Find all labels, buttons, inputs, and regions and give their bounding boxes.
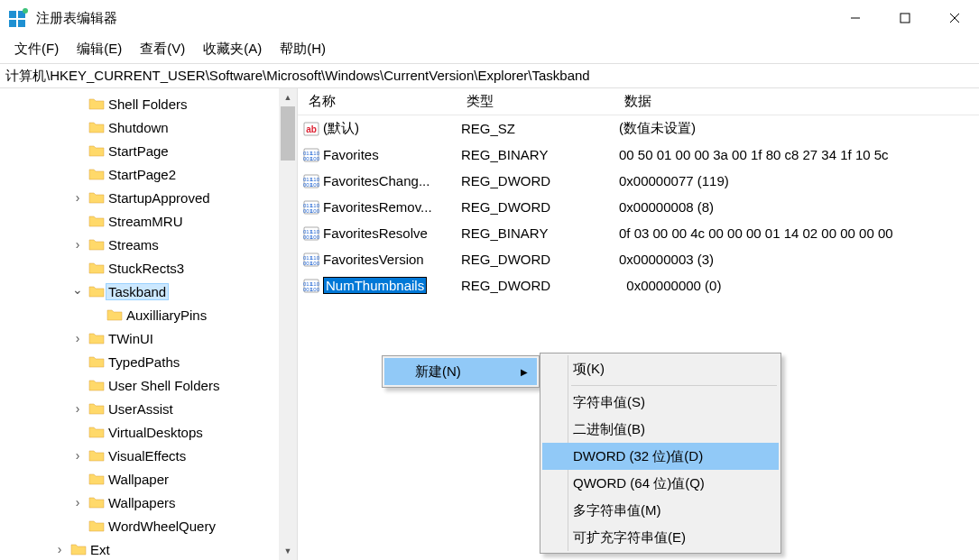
titlebar: 注册表编辑器: [0, 0, 979, 36]
folder-icon: [88, 331, 105, 345]
menu-help[interactable]: 帮助(H): [272, 39, 333, 60]
context-submenu-item[interactable]: 字符串值(S): [542, 389, 779, 416]
context-submenu-new[interactable]: 项(K)字符串值(S)二进制值(B)DWORD (32 位)值(D)QWORD …: [540, 353, 781, 554]
tree-item[interactable]: ›VisualEffects: [0, 444, 279, 467]
tree-item[interactable]: ›TWinUI: [0, 326, 279, 350]
svg-point-4: [23, 8, 28, 14]
tree-item[interactable]: ›Ext: [0, 537, 279, 560]
binary-value-icon: 011110001100: [303, 225, 319, 242]
list-body[interactable]: ab(默认)REG_SZ(数值未设置)011110001100Favorites…: [298, 115, 979, 298]
tree[interactable]: Shell FoldersShutdownStartPageStartPage2…: [0, 88, 279, 560]
col-header-type[interactable]: 类型: [456, 89, 614, 114]
tree-item[interactable]: VirtualDesktops: [0, 420, 279, 444]
tree-item[interactable]: TypedPaths: [0, 350, 279, 373]
tree-item[interactable]: StreamMRU: [0, 209, 279, 233]
menu-item-label: 字符串值(S): [573, 394, 645, 411]
scroll-thumb[interactable]: [281, 106, 295, 161]
tree-item[interactable]: WordWheelQuery: [0, 514, 279, 537]
list-row[interactable]: ab(默认)REG_SZ(数值未设置): [298, 115, 979, 142]
tree-item[interactable]: ›UserAssist: [0, 397, 279, 420]
folder-icon: [88, 120, 105, 134]
expand-icon[interactable]: ›: [52, 542, 67, 556]
scroll-up-icon[interactable]: ▲: [279, 88, 297, 106]
menu-item-label: 多字符串值(M): [573, 502, 661, 519]
expand-icon[interactable]: ›: [70, 190, 85, 205]
menu-item-label: 可扩充字符串值(E): [573, 529, 686, 546]
list-row[interactable]: 011110001100FavoritesVersionREG_DWORD0x0…: [298, 246, 979, 272]
close-button[interactable]: [929, 0, 979, 36]
tree-item[interactable]: AuxilliaryPins: [0, 303, 279, 326]
tree-item-label: TWinUI: [108, 331, 153, 346]
tree-item[interactable]: ›Wallpapers: [0, 491, 279, 514]
tree-item-label: Shutdown: [108, 120, 169, 135]
tree-item[interactable]: ›StartupApproved: [0, 186, 279, 209]
list-row[interactable]: 011110001100NumThumbnailsREG_DWORD 0x000…: [298, 272, 979, 298]
menu-edit[interactable]: 编辑(E): [69, 39, 129, 60]
expand-icon[interactable]: ›: [70, 237, 85, 252]
binary-value-icon: 011110001100: [303, 147, 319, 163]
tree-item[interactable]: StartPage: [0, 139, 279, 162]
tree-item-label: StreamMRU: [108, 214, 183, 229]
context-submenu-item[interactable]: 项(K): [542, 355, 779, 382]
svg-rect-3: [18, 20, 25, 27]
menu-view[interactable]: 查看(V): [133, 39, 192, 60]
tree-item[interactable]: ⌄Taskband: [0, 280, 279, 303]
folder-icon: [88, 143, 105, 158]
maximize-button[interactable]: [880, 0, 929, 36]
list-row[interactable]: 011110001100FavoritesRemov...REG_DWORD0x…: [298, 194, 979, 220]
context-menu[interactable]: 新建(N) ▶: [382, 355, 540, 388]
tree-item[interactable]: Shutdown: [0, 115, 279, 139]
tree-item-label: StuckRects3: [108, 261, 184, 276]
col-header-name[interactable]: 名称: [298, 89, 456, 114]
tree-item-label: TypedPaths: [108, 354, 180, 370]
binary-value-icon: 011110001100: [303, 278, 319, 294]
expand-icon[interactable]: ›: [70, 495, 85, 510]
folder-icon: [88, 378, 105, 392]
menu-file[interactable]: 文件(F): [7, 39, 66, 60]
scroll-down-icon[interactable]: ▼: [279, 542, 297, 560]
folder-icon: [88, 96, 105, 111]
tree-item[interactable]: StuckRects3: [0, 256, 279, 280]
context-submenu-item[interactable]: 可扩充字符串值(E): [542, 524, 779, 551]
expand-icon[interactable]: ›: [70, 448, 85, 463]
value-name: FavoritesRemov...: [323, 199, 432, 215]
context-menu-new[interactable]: 新建(N) ▶: [384, 358, 537, 385]
folder-icon: [88, 237, 105, 252]
menu-item-label: DWORD (32 位)值(D): [573, 448, 703, 465]
tree-item[interactable]: Wallpaper: [0, 467, 279, 491]
expand-icon[interactable]: ›: [70, 331, 85, 345]
col-header-data[interactable]: 数据: [614, 89, 979, 114]
menu-separator: [571, 385, 777, 386]
list-row[interactable]: 011110001100FavoritesREG_BINARY00 50 01 …: [298, 142, 979, 168]
menubar: 文件(F) 编辑(E) 查看(V) 收藏夹(A) 帮助(H): [0, 36, 979, 63]
value-type: REG_SZ: [456, 119, 614, 138]
expand-icon[interactable]: ›: [70, 401, 85, 416]
tree-item[interactable]: StartPage2: [0, 162, 279, 186]
list-row[interactable]: 011110001100FavoritesResolveREG_BINARY0f…: [298, 220, 979, 246]
svg-text:100: 100: [310, 287, 319, 292]
context-submenu-item[interactable]: 多字符串值(M): [542, 497, 779, 524]
value-type: REG_DWORD: [456, 276, 614, 295]
tree-scrollbar[interactable]: ▲ ▼: [279, 88, 297, 560]
minimize-button[interactable]: [830, 0, 880, 36]
value-name: Favorites: [323, 147, 379, 162]
value-data: 0x00000003 (3): [614, 250, 979, 269]
value-name[interactable]: NumThumbnails: [323, 277, 427, 294]
context-submenu-item[interactable]: 二进制值(B): [542, 416, 779, 443]
tree-item[interactable]: User Shell Folders: [0, 373, 279, 397]
tree-item[interactable]: Shell Folders: [0, 92, 279, 115]
scroll-track[interactable]: [279, 106, 297, 542]
address-bar[interactable]: 计算机\HKEY_CURRENT_USER\Software\Microsoft…: [0, 63, 979, 88]
tree-item[interactable]: ›Streams: [0, 233, 279, 256]
binary-value-icon: 011110001100: [303, 199, 319, 216]
menu-favorites[interactable]: 收藏夹(A): [196, 39, 269, 60]
folder-icon: [88, 284, 105, 298]
expand-icon[interactable]: ⌄: [70, 282, 85, 297]
folder-icon: [88, 472, 105, 486]
context-submenu-item[interactable]: DWORD (32 位)值(D): [542, 443, 779, 470]
context-submenu-item[interactable]: QWORD (64 位)值(Q): [542, 470, 779, 497]
value-data: 0x00000000 (0): [614, 276, 979, 295]
list-row[interactable]: 011110001100FavoritesChang...REG_DWORD0x…: [298, 168, 979, 194]
folder-icon: [88, 167, 105, 181]
tree-item-label: VirtualDesktops: [108, 425, 203, 440]
